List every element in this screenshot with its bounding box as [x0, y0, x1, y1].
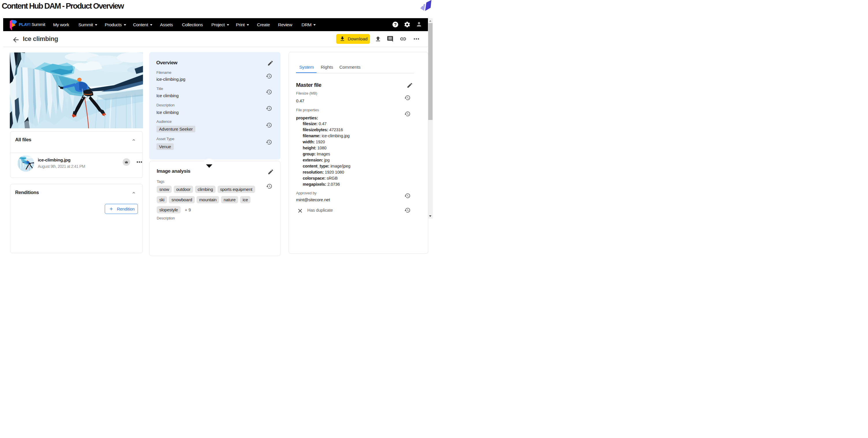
svg-text:?: ? [394, 22, 397, 27]
